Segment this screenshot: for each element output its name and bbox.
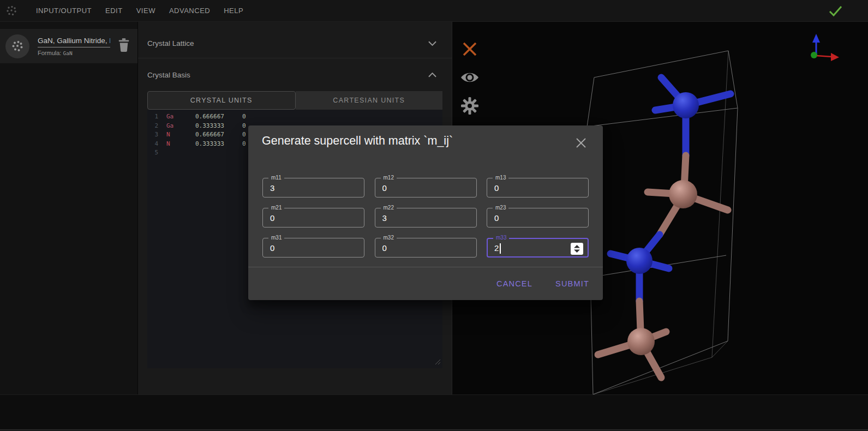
axes-gizmo	[811, 34, 839, 61]
generate-supercell-dialog: Generate supercell with matrix `m_ij` m1…	[248, 125, 603, 300]
material-info: GaN, Gallium Nitride, I Formula: GaN	[38, 37, 110, 56]
submit-button[interactable]: SUBMIT	[555, 279, 589, 288]
menu-advanced[interactable]: ADVANCED	[168, 3, 211, 18]
section-title: Crystal Lattice	[147, 39, 194, 47]
atoms-and-bonds	[598, 77, 731, 378]
matrix-input-m32[interactable]	[375, 238, 476, 257]
element-symbol: Ga	[166, 122, 173, 129]
field-label: m21	[268, 205, 284, 211]
dialog-actions: CANCEL SUBMIT	[248, 267, 603, 300]
editor-line: 1 Ga 0.666667 0	[147, 113, 442, 122]
coordinate-value: 0	[242, 140, 246, 147]
delete-material-button[interactable]	[118, 38, 130, 55]
view-settings-button[interactable]	[460, 68, 480, 87]
stepper-arrows-icon	[573, 245, 580, 253]
saved-check-icon	[828, 4, 843, 20]
text-caret	[500, 243, 501, 254]
coordinate-value: 0.666667	[195, 113, 224, 120]
matrix-field-m12[interactable]: m12	[375, 178, 477, 197]
element-symbol: N	[166, 140, 170, 147]
coordinate-value: 0	[242, 122, 246, 129]
menu-view[interactable]: VIEW	[135, 3, 157, 18]
field-label: m31	[268, 235, 284, 241]
material-list-item[interactable]: GaN, Gallium Nitride, I Formula: GaN	[0, 29, 137, 63]
coordinate-value: 0.333333	[195, 140, 224, 147]
matrix-input-m21[interactable]	[263, 208, 364, 227]
formula-label: Formula:	[38, 50, 61, 56]
number-stepper[interactable]	[571, 243, 583, 255]
material-avatar	[5, 34, 29, 58]
menu-help[interactable]: HELP	[223, 3, 244, 18]
matrix-input-m12[interactable]	[375, 178, 476, 197]
matrix-input-m31[interactable]	[263, 238, 364, 257]
field-label: m12	[381, 175, 397, 181]
line-number: 2	[149, 122, 158, 129]
menu-edit[interactable]: EDIT	[104, 3, 124, 18]
materials-sidebar: GaN, Gallium Nitride, I Formula: GaN	[0, 22, 138, 394]
material-name-field[interactable]: GaN, Gallium Nitride, I	[38, 37, 110, 47]
coordinate-value: 0.333333	[195, 122, 224, 129]
tab-crystal-units[interactable]: CRYSTAL UNITS	[147, 91, 296, 110]
coordinate-value: 0	[242, 113, 246, 120]
field-label: m33	[493, 235, 509, 241]
dialog-title: Generate supercell with matrix `m_ij`	[262, 134, 453, 148]
coordinate-value: 0	[242, 131, 246, 138]
nitrogen-atom	[673, 92, 699, 118]
section-title: Crystal Basis	[147, 71, 190, 79]
line-number: 1	[149, 113, 158, 120]
cancel-button[interactable]: CANCEL	[496, 279, 532, 288]
eye-icon	[460, 70, 480, 85]
nitrogen-atom	[626, 248, 653, 274]
app-logo-icon[interactable]	[4, 4, 19, 18]
field-label: m11	[268, 175, 284, 181]
settings-button[interactable]	[460, 96, 480, 116]
unit-cell-wireframe	[587, 51, 738, 394]
matrix-field-m13[interactable]: m13	[487, 178, 589, 197]
tab-cartesian-units[interactable]: CARTESIAN UNITS	[296, 91, 443, 110]
gallium-atom	[627, 328, 655, 355]
line-number: 4	[149, 140, 158, 147]
matrix-input-m11[interactable]	[263, 178, 364, 197]
field-label: m13	[493, 175, 508, 181]
menu-input-output[interactable]: INPUT/OUTPUT	[35, 3, 93, 18]
matrix-field-m22[interactable]: m22	[375, 208, 477, 228]
deselect-button[interactable]	[460, 39, 480, 59]
trash-icon	[118, 38, 130, 52]
units-tabbar: CRYSTAL UNITS CARTESIAN UNITS	[147, 91, 442, 110]
line-number: 5	[149, 149, 158, 156]
gear-icon	[460, 97, 479, 115]
top-menu-bar: INPUT/OUTPUT EDIT VIEW ADVANCED HELP	[0, 0, 868, 22]
matrix-field-m21[interactable]: m21	[262, 208, 364, 228]
matrix-input-m22[interactable]	[375, 208, 476, 227]
matrix-field-m23[interactable]: m23	[487, 208, 589, 228]
dots-cluster-icon	[5, 4, 18, 17]
menu: INPUT/OUTPUT EDIT VIEW ADVANCED HELP	[35, 3, 256, 18]
chevron-up-icon	[428, 72, 436, 77]
material-formula: Formula: GaN	[38, 50, 110, 56]
footer-bar	[0, 394, 868, 430]
crystal-lattice-accordion[interactable]: Crystal Lattice	[138, 29, 452, 58]
viewport-toolbar	[460, 39, 480, 124]
chevron-down-icon	[428, 41, 436, 46]
field-label: m22	[381, 205, 397, 211]
matrix-field-m11[interactable]: m11	[262, 178, 364, 197]
line-number: 3	[149, 131, 158, 138]
matrix-field-m31[interactable]: m31	[262, 238, 364, 258]
dialog-close-button[interactable]	[574, 136, 588, 149]
dots-cluster-icon	[10, 39, 25, 53]
gallium-atom	[669, 180, 697, 208]
close-x-icon	[462, 41, 478, 57]
matrix-field-m33[interactable]: m33	[487, 238, 589, 258]
editor-resize-handle[interactable]	[434, 358, 441, 367]
matrix-input-m13[interactable]	[487, 178, 588, 197]
element-symbol: N	[166, 131, 170, 138]
element-symbol: Ga	[166, 113, 173, 120]
matrix-input-m23[interactable]	[487, 208, 588, 227]
coordinate-value: 0.666667	[195, 131, 224, 138]
formula-value: GaN	[63, 50, 72, 56]
matrix-input-grid: m11 m12 m13 m21 m22 m23 m31 m32	[262, 178, 589, 258]
field-label: m23	[493, 205, 508, 211]
field-label: m32	[381, 235, 397, 241]
crystal-basis-accordion[interactable]: Crystal Basis	[138, 58, 452, 91]
matrix-field-m32[interactable]: m32	[375, 238, 477, 258]
